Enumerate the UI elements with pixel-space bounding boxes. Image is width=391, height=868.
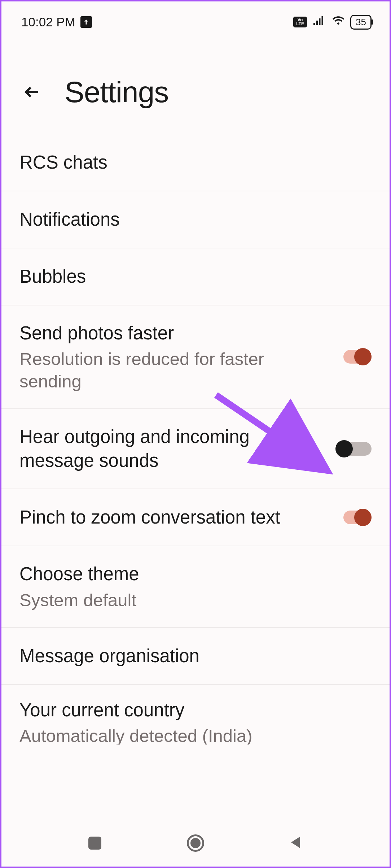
item-title: Pinch to zoom conversation text	[19, 505, 325, 529]
toggle-hear-message-sounds[interactable]	[335, 439, 372, 458]
setting-rcs-chats[interactable]: RCS chats	[1, 134, 390, 191]
toggle-knob	[335, 440, 353, 457]
item-text: Notifications	[19, 208, 372, 231]
item-title: Bubbles	[19, 265, 361, 288]
item-text: Bubbles	[19, 265, 372, 288]
status-left: 10:02 PM	[21, 15, 92, 29]
status-time: 10:02 PM	[21, 15, 75, 29]
item-subtitle: Resolution is reduced for faster sending	[19, 348, 325, 392]
item-title: Send photos faster	[19, 321, 325, 345]
setting-hear-message-sounds[interactable]: Hear outgoing and incoming message sound…	[1, 409, 390, 490]
arrow-left-icon	[23, 83, 41, 101]
square-icon	[88, 837, 101, 850]
circle-icon	[187, 834, 204, 852]
item-text: Hear outgoing and incoming message sound…	[19, 425, 335, 473]
signal-icon	[311, 14, 326, 30]
setting-current-country[interactable]: Your current country Automatically detec…	[1, 685, 390, 745]
item-title: Choose theme	[19, 562, 361, 586]
navigation-bar	[1, 820, 390, 867]
setting-bubbles[interactable]: Bubbles	[1, 248, 390, 305]
item-text: Message organisation	[19, 644, 372, 668]
item-subtitle: System default	[19, 589, 361, 611]
item-text: RCS chats	[19, 151, 372, 174]
item-title: RCS chats	[19, 151, 361, 174]
toggle-knob	[354, 348, 372, 365]
battery-icon: 35	[350, 15, 372, 30]
item-text: Pinch to zoom conversation text	[19, 505, 335, 529]
item-subtitle: Automatically detected (India)	[19, 725, 361, 745]
item-text: Choose theme System default	[19, 562, 372, 611]
nav-back-button[interactable]	[287, 834, 305, 852]
battery-level: 35	[356, 17, 366, 28]
setting-pinch-zoom[interactable]: Pinch to zoom conversation text	[1, 489, 390, 546]
upload-icon	[80, 16, 92, 28]
volte-icon: Vo LTE	[293, 17, 307, 27]
page-title: Settings	[65, 75, 168, 109]
item-title: Notifications	[19, 208, 361, 231]
setting-choose-theme[interactable]: Choose theme System default	[1, 546, 390, 628]
item-title: Your current country	[19, 698, 361, 722]
status-bar: 10:02 PM Vo LTE 35	[1, 1, 390, 37]
back-button[interactable]	[21, 81, 43, 103]
setting-send-photos-faster[interactable]: Send photos faster Resolution is reduced…	[1, 305, 390, 409]
toggle-pinch-zoom[interactable]	[335, 508, 372, 527]
nav-home-button[interactable]	[186, 834, 205, 852]
item-title: Message organisation	[19, 644, 361, 668]
triangle-left-icon	[289, 835, 304, 851]
status-right: Vo LTE 35	[293, 14, 372, 30]
settings-list: RCS chats Notifications Bubbles Send pho…	[1, 134, 390, 745]
nav-recents-button[interactable]	[86, 834, 104, 852]
setting-message-organisation[interactable]: Message organisation	[1, 628, 390, 685]
toggle-knob	[354, 509, 372, 526]
toggle-send-photos-faster[interactable]	[335, 347, 372, 366]
wifi-icon	[331, 14, 346, 30]
header: Settings	[1, 37, 390, 134]
item-title: Hear outgoing and incoming message sound…	[19, 425, 325, 473]
setting-notifications[interactable]: Notifications	[1, 191, 390, 248]
item-text: Your current country Automatically detec…	[19, 698, 372, 745]
item-text: Send photos faster Resolution is reduced…	[19, 321, 335, 392]
